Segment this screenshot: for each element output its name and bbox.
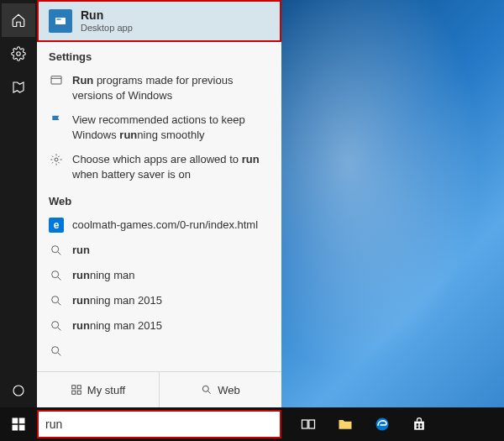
search-input[interactable]: run <box>37 410 281 438</box>
best-match-title: Run <box>81 8 133 23</box>
result-text: View recommended actions to keep Windows… <box>72 113 270 142</box>
svg-rect-13 <box>72 391 76 394</box>
svg-rect-26 <box>420 427 423 429</box>
svg-rect-23 <box>417 423 419 426</box>
program-compat-icon <box>49 73 64 88</box>
result-text: Choose which apps are allowed to run whe… <box>72 152 270 181</box>
svg-rect-11 <box>72 386 76 389</box>
rail-places-button[interactable] <box>2 71 35 104</box>
tab-web[interactable]: Web <box>160 372 281 407</box>
taskbar-store[interactable] <box>401 407 438 441</box>
settings-result[interactable]: View recommended actions to keep Windows… <box>37 108 281 147</box>
taskbar: run <box>0 407 504 441</box>
result-text: running man 2015 <box>72 293 162 308</box>
best-match-subtitle: Desktop app <box>81 23 133 34</box>
svg-point-8 <box>52 297 59 303</box>
start-rail <box>0 0 37 407</box>
svg-rect-14 <box>77 391 81 394</box>
rail-settings-button[interactable] <box>2 37 35 71</box>
taskbar-task-view[interactable] <box>290 407 327 441</box>
svg-rect-21 <box>309 420 315 428</box>
result-text: coolmath-games.com/0-run/index.html <box>72 218 258 233</box>
web-result[interactable]: e coolmath-games.com/0-run/index.html <box>37 213 281 238</box>
run-app-icon <box>49 9 72 33</box>
search-icon <box>49 344 64 359</box>
svg-point-1 <box>13 386 24 396</box>
tab-label: Web <box>218 384 240 396</box>
tab-my-stuff[interactable]: My stuff <box>37 372 160 407</box>
web-result[interactable]: running man 2015 <box>37 313 281 339</box>
result-text: running man <box>72 268 134 283</box>
web-result[interactable]: running man 2015 <box>37 288 281 313</box>
svg-rect-19 <box>19 425 25 431</box>
search-icon <box>49 243 64 258</box>
svg-rect-16 <box>13 418 18 424</box>
result-text: Run programs made for previous versions … <box>72 73 270 102</box>
search-icon <box>49 268 64 283</box>
svg-rect-24 <box>420 423 423 426</box>
rail-home-button[interactable] <box>2 3 35 37</box>
section-header-settings: Settings <box>37 42 281 68</box>
svg-rect-2 <box>55 18 66 24</box>
web-result[interactable]: running man <box>37 263 281 288</box>
search-input-text: run <box>45 417 62 431</box>
svg-point-0 <box>17 52 21 56</box>
search-icon <box>49 293 64 308</box>
svg-rect-4 <box>51 76 61 84</box>
edge-icon: e <box>49 218 64 233</box>
taskbar-explorer[interactable] <box>327 407 364 441</box>
best-match-result[interactable]: Run Desktop app <box>37 0 281 42</box>
svg-point-10 <box>52 347 59 354</box>
rail-cortana-button[interactable] <box>2 374 35 407</box>
svg-rect-12 <box>77 386 81 389</box>
tab-label: My stuff <box>87 384 125 396</box>
result-text: running man 2015 <box>72 318 162 333</box>
gear-icon <box>49 152 64 167</box>
search-results-panel: Run Desktop app Settings Run programs ma… <box>37 0 281 407</box>
web-result-more[interactable] <box>37 339 281 364</box>
settings-result[interactable]: Choose which apps are allowed to run whe… <box>37 147 281 186</box>
svg-rect-25 <box>417 427 419 429</box>
search-icon <box>49 318 64 333</box>
svg-point-7 <box>52 271 59 278</box>
svg-rect-3 <box>56 18 60 19</box>
svg-point-6 <box>52 246 59 253</box>
desktop-wallpaper <box>281 0 504 407</box>
svg-rect-18 <box>13 425 18 431</box>
filter-tabs: My stuff Web <box>37 371 281 407</box>
result-text: run <box>72 243 90 258</box>
section-header-web: Web <box>37 186 281 213</box>
svg-point-15 <box>203 386 209 391</box>
svg-point-9 <box>52 322 59 328</box>
start-button[interactable] <box>0 407 37 441</box>
svg-point-5 <box>55 158 58 161</box>
svg-rect-17 <box>19 418 25 424</box>
settings-result[interactable]: Run programs made for previous versions … <box>37 68 281 108</box>
svg-rect-20 <box>302 420 308 428</box>
taskbar-edge[interactable] <box>364 407 401 441</box>
web-result[interactable]: run <box>37 238 281 263</box>
flag-icon <box>49 113 64 128</box>
